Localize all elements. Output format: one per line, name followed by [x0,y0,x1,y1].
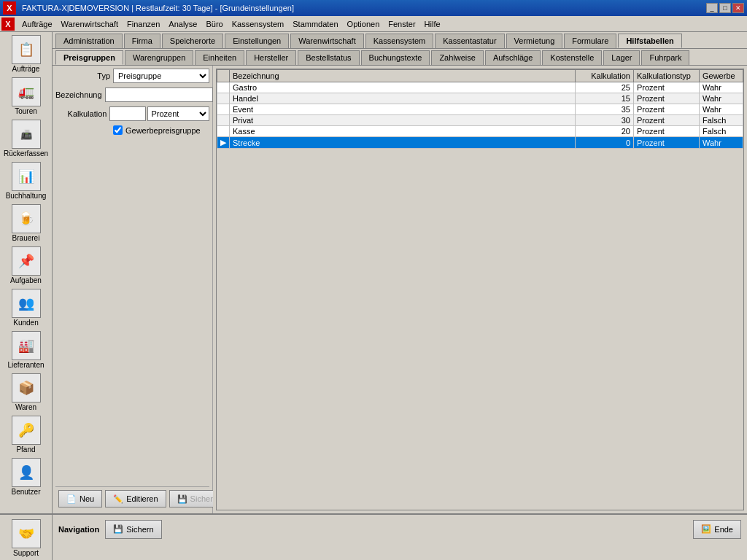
menu-logo: X [1,18,15,31]
table-row[interactable]: Privat30ProzentFalsch [217,115,743,126]
kunden-icon: 👥 [12,289,41,318]
col-header-kalkulationstyp[interactable]: Kalkulationstyp [634,70,700,82]
sidebar-item-kunden[interactable]: 👥 Kunden [2,287,50,328]
cell-kalkulation: 20 [576,126,634,137]
lieferanten-icon: 🏭 [12,331,41,360]
close-button[interactable]: ✕ [732,3,744,13]
editieren-icon: ✏️ [113,494,123,504]
table-row[interactable]: ▶Strecke0ProzentWahr [217,137,743,149]
sidebar-label-buchhaltung: Buchhaltung [6,192,47,200]
typ-select[interactable]: Preisgruppe [113,69,209,83]
col-header-bezeichnung[interactable]: Bezeichnung [230,70,576,82]
rueckerfassen-icon: 📠 [12,120,41,149]
nav-bar: Navigation 💾 Sichern 🖼️ Ende [53,514,747,543]
tab-fuhrpark[interactable]: Fuhrpark [641,50,689,65]
sidebar-item-rueckerfassen[interactable]: 📠 Rückerfassen [2,118,50,159]
col-header-gewerbe[interactable]: Gewerbe [700,70,743,82]
sidebar-item-benutzer[interactable]: 👤 Benutzer [2,456,50,497]
sidebar-label-kunden: Kunden [13,319,38,327]
sidebar-item-aufgaben[interactable]: 📌 Aufgaben [2,245,50,286]
ende-button[interactable]: 🖼️ Ende [693,520,741,539]
sidebar-item-buchhaltung[interactable]: 📊 Buchhaltung [2,160,50,201]
menu-auftraege[interactable]: Aufträge [18,18,57,30]
support-label: Support [13,549,39,557]
tab-firma[interactable]: Firma [124,34,160,48]
sidebar-item-brauerei[interactable]: 🍺 Brauerei [2,203,50,244]
bottom-area: 🤝 Support ⏻ Ende Navigation 💾 Sichern 🖼️… [0,513,747,560]
table-row[interactable]: Handel15ProzentWahr [217,93,743,104]
minimize-button[interactable]: _ [706,3,718,13]
neu-button[interactable]: 📄 Neu [58,490,102,508]
menu-optionen[interactable]: Optionen [343,18,384,30]
sidebar-item-auftraege[interactable]: 📋 Aufträge [2,34,50,74]
tab-administration[interactable]: Administration [55,34,123,48]
sichern-icon: 💾 [177,494,187,504]
content-area: Administration Firma Speicherorte Einste… [53,32,747,513]
maximize-button[interactable]: □ [719,3,731,13]
menu-stammdaten[interactable]: Stammdaten [288,18,342,30]
gewerbepreisgruppe-label: Gewerbepreisgruppe [125,126,201,135]
tab-bestellstatus[interactable]: Bestellstatus [298,50,359,65]
cell-gewerbe: Wahr [700,93,743,104]
tab-warengruppen[interactable]: Warengruppen [125,50,193,65]
menu-fenster[interactable]: Fenster [384,18,419,30]
bezeichnung-input[interactable] [105,88,213,102]
cell-kalkulation: 0 [576,137,634,149]
titlebar-title: X FAKTURA-X|DEMOVERSION | Restlaufzeit: … [3,1,294,15]
col-header-kalkulation[interactable]: Kalkulation [576,70,634,82]
tab-speicherorte[interactable]: Speicherorte [162,34,223,48]
editieren-button[interactable]: ✏️ Editieren [105,490,166,508]
nav-sichern-button[interactable]: 💾 Sichern [105,520,161,539]
tab-lager[interactable]: Lager [603,50,640,65]
tab-einstellungen[interactable]: Einstellungen [225,34,289,48]
cell-bezeichnung: Privat [230,115,576,126]
tab-aufschlaege[interactable]: Aufschläge [485,50,541,65]
table-row[interactable]: Kasse20ProzentFalsch [217,126,743,137]
sidebar-item-pfand[interactable]: 🔑 Pfand [2,414,50,455]
bezeichnung-label: Bezeichnung [55,90,102,99]
kalkulation-input[interactable] [109,106,146,121]
sidebar-label-brauerei: Brauerei [12,234,40,242]
tab-kassentastatur[interactable]: Kassentastatur [435,34,504,48]
cell-kalkulationstyp: Prozent [634,104,700,115]
kalkulation-label: Kalkulation [55,109,107,118]
table-row[interactable]: Event35ProzentWahr [217,104,743,115]
menu-kassensystem[interactable]: Kassensystem [228,18,289,30]
table-row[interactable]: Gastro25ProzentWahr [217,82,743,93]
cell-kalkulationstyp: Prozent [634,126,700,137]
app-logo: X [3,1,16,15]
tab-formulare[interactable]: Formulare [564,34,616,48]
sidebar-label-touren: Touren [15,107,37,115]
tab-vermietung[interactable]: Vermietung [506,34,563,48]
tab-bar-2: Preisgruppen Warengruppen Einheiten Hers… [53,49,747,66]
checkbox-row-gewerbe: Gewerbepreisgruppe [55,125,209,135]
menubar: X Aufträge Warenwirtschaft Finanzen Anal… [0,16,747,32]
tab-hilfstabellen[interactable]: Hilfstabellen [618,34,681,48]
tab-preisgruppen[interactable]: Preisgruppen [55,50,123,65]
tab-warenwirtschaft[interactable]: Warenwirtschaft [290,34,363,48]
support-icon: 🤝 [12,519,41,548]
tab-kassensystem[interactable]: Kassensystem [365,34,434,48]
menu-warenwirtschaft[interactable]: Warenwirtschaft [57,18,123,30]
auftraege-icon: 📋 [12,35,41,64]
form-row-kalkulation: Kalkulation Prozent [55,106,209,121]
cell-gewerbe: Falsch [700,115,743,126]
kalkulation-select[interactable]: Prozent [147,106,209,121]
sidebar-item-waren[interactable]: 📦 Waren [2,372,50,413]
tab-kostenstelle[interactable]: Kostenstelle [542,50,602,65]
titlebar-controls[interactable]: _ □ ✕ [706,3,744,13]
menu-hilfe[interactable]: Hilfe [420,18,445,30]
sidebar-item-lieferanten[interactable]: 🏭 Lieferanten [2,330,50,370]
tab-buchungstexte[interactable]: Buchungstexte [361,50,430,65]
tab-hersteller[interactable]: Hersteller [246,50,296,65]
gewerbepreisgruppe-checkbox[interactable] [113,125,123,135]
sidebar-item-support[interactable]: 🤝 Support [2,518,50,559]
menu-buero[interactable]: Büro [201,18,227,30]
sidebar-item-touren[interactable]: 🚛 Touren [2,76,50,117]
menu-analyse[interactable]: Analyse [164,18,201,30]
menu-finanzen[interactable]: Finanzen [123,18,164,30]
tab-zahlweise[interactable]: Zahlweise [431,50,484,65]
form-row-bezeichnung: Bezeichnung [55,88,209,102]
table-body: Gastro25ProzentWahrHandel15ProzentWahrEv… [217,82,743,149]
tab-einheiten[interactable]: Einheiten [195,50,244,65]
